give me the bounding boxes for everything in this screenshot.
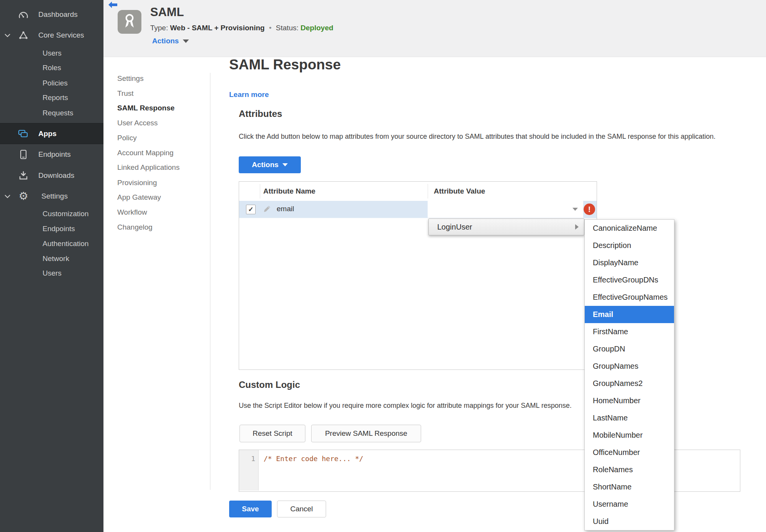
menu-option[interactable]: Username: [585, 496, 674, 513]
column-divider: [428, 184, 428, 199]
edit-pencil-icon[interactable]: [263, 205, 271, 213]
menu-option-selected[interactable]: Email: [585, 306, 674, 323]
menu-option[interactable]: RoleNames: [585, 461, 674, 478]
tab-changelog[interactable]: Changelog: [117, 223, 153, 232]
tab-provisioning[interactable]: Provisioning: [117, 179, 157, 187]
menu-item-label: LoginUser: [437, 223, 472, 232]
sidebar-item-customization[interactable]: Customization: [0, 206, 103, 222]
menu-option[interactable]: Uuid: [585, 513, 674, 530]
sidebar-item-users[interactable]: Users: [0, 46, 103, 61]
sidebar-item-authentication[interactable]: Authentication: [0, 236, 103, 251]
back-arrow-icon[interactable]: [108, 2, 117, 8]
sidebar-item-label: Endpoints: [38, 150, 71, 159]
attribute-value-dropdown[interactable]: [428, 201, 583, 218]
save-button[interactable]: Save: [229, 501, 272, 517]
reset-script-label: Reset Script: [253, 429, 292, 438]
save-label: Save: [242, 505, 259, 513]
attributes-actions-button[interactable]: Actions: [239, 156, 301, 173]
menu-option[interactable]: CanonicalizeName: [585, 220, 674, 237]
sidebar-item-apps[interactable]: Apps: [0, 123, 103, 144]
attributes-description: Click the Add button below to map attrib…: [239, 133, 715, 141]
status-badge: Deployed: [300, 24, 333, 32]
table-row[interactable]: ✓ email !: [239, 201, 597, 218]
sidebar-item-label: Apps: [38, 130, 57, 138]
type-label: Type:: [150, 24, 168, 32]
menu-option[interactable]: LastName: [585, 409, 674, 427]
status-label: Status:: [276, 24, 299, 32]
sidebar-item-policies[interactable]: Policies: [0, 76, 103, 91]
apps-icon: [18, 129, 29, 138]
menu-option[interactable]: Description: [585, 237, 674, 254]
custom-logic-heading: Custom Logic: [239, 379, 300, 390]
sidebar-item-requests[interactable]: Requests: [0, 105, 103, 121]
error-icon: !: [584, 204, 595, 215]
sidebar-item-label: Users: [43, 49, 62, 57]
chevron-down-icon[interactable]: [5, 195, 10, 198]
tab-account-mapping[interactable]: Account Mapping: [117, 149, 174, 157]
sidebar-item-settings[interactable]: ⚙ Settings: [0, 189, 103, 204]
sidebar-item-downloads[interactable]: Downloads: [0, 168, 103, 183]
menu-option[interactable]: GroupNames: [585, 358, 674, 375]
value-menu-loginuser[interactable]: LoginUser: [428, 218, 584, 235]
menu-option[interactable]: EffectiveGroupNames: [585, 289, 674, 306]
sidebar-item-endpoints-settings[interactable]: Endpoints: [0, 221, 103, 236]
preview-saml-label: Preview SAML Response: [325, 429, 407, 438]
sidebar-item-core-services[interactable]: Core Services: [0, 28, 103, 43]
menu-option[interactable]: MobileNumber: [585, 427, 674, 444]
column-divider: [260, 184, 260, 199]
app-icon: [118, 10, 141, 34]
page-title: SAML: [150, 5, 184, 19]
menu-option[interactable]: EffectiveGroupDNs: [585, 271, 674, 289]
sidebar-item-label: Settings: [41, 192, 68, 200]
custom-logic-description: Use the Script Editor below if you requi…: [239, 402, 572, 410]
menu-option[interactable]: FirstName: [585, 323, 674, 340]
actions-button-label: Actions: [252, 161, 279, 169]
menu-option[interactable]: GroupDN: [585, 340, 674, 358]
tab-policy[interactable]: Policy: [117, 134, 137, 142]
column-header-attribute-name: Attribute Name: [263, 187, 315, 195]
menu-option[interactable]: ShortName: [585, 478, 674, 496]
caret-down-icon: [282, 163, 288, 166]
chevron-down-icon[interactable]: [5, 34, 10, 37]
sidebar-item-dashboards[interactable]: Dashboards: [0, 7, 103, 22]
sidebar-item-endpoints[interactable]: Endpoints: [0, 147, 103, 162]
menu-option[interactable]: GroupNames2: [585, 375, 674, 392]
cancel-button[interactable]: Cancel: [277, 501, 326, 517]
header-actions-menu[interactable]: Actions: [152, 37, 189, 45]
sidebar-item-label: Network: [43, 255, 69, 263]
tab-trust[interactable]: Trust: [117, 89, 134, 98]
value-submenu: CanonicalizeName Description DisplayName…: [584, 219, 674, 530]
menu-option[interactable]: OfficeNumber: [585, 444, 674, 461]
preview-saml-response-button[interactable]: Preview SAML Response: [311, 425, 421, 442]
learn-more-link[interactable]: Learn more: [229, 90, 269, 99]
menu-option[interactable]: DisplayName: [585, 254, 674, 271]
caret-down-icon: [183, 39, 189, 43]
sidebar-item-reports[interactable]: Reports: [0, 90, 103, 105]
editor-code[interactable]: /* Enter code here... */: [264, 455, 363, 463]
row-checkbox[interactable]: ✓: [246, 205, 256, 214]
sidebar-item-label: Policies: [43, 79, 67, 87]
attribute-name-cell: email: [277, 205, 294, 213]
nav-divider: [210, 73, 210, 490]
tab-linked-applications[interactable]: Linked Applications: [117, 163, 180, 172]
mobile-device-icon: [18, 149, 29, 159]
sidebar-item-label: Core Services: [38, 31, 84, 39]
tab-workflow[interactable]: Workflow: [117, 208, 147, 217]
tab-settings[interactable]: Settings: [117, 74, 144, 83]
sidebar-item-network[interactable]: Network: [0, 251, 103, 266]
menu-option[interactable]: HomeNumber: [585, 392, 674, 409]
tab-app-gateway[interactable]: App Gateway: [117, 193, 161, 202]
tab-saml-response[interactable]: SAML Response: [117, 104, 175, 112]
sidebar-item-roles[interactable]: Roles: [0, 60, 103, 76]
separator: •: [267, 24, 274, 32]
cancel-label: Cancel: [290, 505, 313, 513]
gauge-icon: [18, 10, 29, 19]
sidebar-item-label: Customization: [43, 210, 89, 218]
gear-icon: ⚙: [18, 191, 29, 202]
sidebar-item-label: Endpoints: [43, 225, 75, 233]
app-window: Dashboards Core Services Users Roles Pol…: [0, 0, 766, 532]
tab-user-access[interactable]: User Access: [117, 119, 158, 127]
reset-script-button[interactable]: Reset Script: [239, 425, 305, 442]
sidebar-item-users-settings[interactable]: Users: [0, 266, 103, 281]
download-icon: [18, 171, 29, 180]
